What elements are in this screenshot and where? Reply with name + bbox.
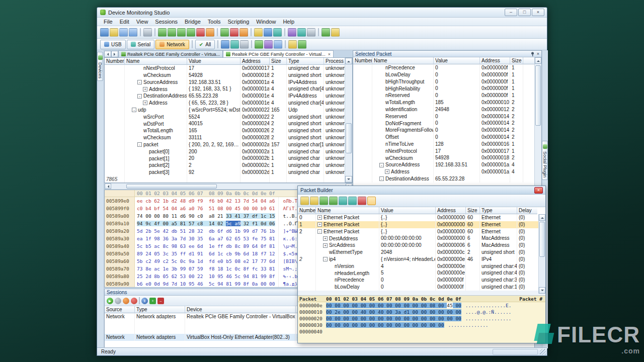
table-row[interactable]: packet[2] 2 0x0000002c 1 unsigned char u…: [105, 162, 352, 169]
table-row[interactable]: wSrcPort 5524 0x00000022 2 unsigned shor…: [105, 114, 352, 121]
separator[interactable]: [318, 28, 319, 36]
start-session-icon[interactable]: ▶: [107, 298, 113, 304]
expand-icon[interactable]: -: [137, 80, 142, 84]
menu-item[interactable]: Scripting: [224, 18, 253, 25]
serial-filter-button[interactable]: Serial: [127, 40, 155, 49]
stop-monitoring-icon[interactable]: [196, 28, 205, 37]
column-header[interactable]: Size: [466, 207, 480, 214]
table-row[interactable]: 7865: [105, 176, 352, 183]
table-row[interactable]: nTimeToLive 128 0x00000016 1: [353, 141, 541, 148]
separator[interactable]: [154, 28, 155, 36]
table-row[interactable]: nReserved 0 0x0000000f 1: [353, 92, 541, 99]
expand-icon[interactable]: +: [385, 169, 389, 174]
expand-icon[interactable]: -: [379, 163, 384, 167]
table-row[interactable]: packet[0] 200 0x0000002a 1 unsigned char…: [105, 148, 352, 155]
expand-icon[interactable]: -: [137, 142, 142, 147]
table-row[interactable]: nHeaderLength 5 0x0000000e unsigned char…: [298, 269, 545, 277]
network-filter-button[interactable]: Network: [155, 40, 189, 49]
add-session-icon[interactable]: +: [149, 298, 156, 304]
bridge-icon[interactable]: [273, 28, 282, 37]
column-header[interactable]: Value: [379, 207, 436, 214]
delete-packet-icon[interactable]: [358, 197, 366, 205]
table-row[interactable]: 2 - Ethernet Packet {..} 0x00000000 60 E…: [298, 228, 545, 235]
column-header[interactable]: Number: [105, 58, 125, 65]
record-icon[interactable]: [206, 28, 214, 37]
scroll-left-button[interactable]: [105, 184, 111, 189]
table-row[interactable]: + Address { 65, 55, 223, 28 } 0x0000001e…: [105, 100, 352, 107]
expand-icon[interactable]: -: [132, 108, 136, 112]
find-icon[interactable]: [264, 28, 272, 37]
column-header[interactable]: Address: [240, 58, 270, 65]
table-row[interactable]: wChecksum 54928 0x00000018 2: [353, 154, 541, 161]
column-header[interactable]: Type: [480, 207, 517, 214]
add-ip-packet-icon[interactable]: [310, 197, 318, 205]
table-row[interactable]: DoNotFragment 0 0x00000014 2: [353, 120, 541, 127]
table-row[interactable]: nPrecedence 0 0x0000000f 1: [353, 64, 541, 71]
table-row[interactable]: Offset 0 0x00000014 2: [353, 134, 541, 141]
column-header[interactable]: Size: [270, 58, 287, 65]
play-log-icon[interactable]: [220, 28, 229, 37]
column-header[interactable]: Type: [135, 306, 185, 313]
expand-icon[interactable]: -: [317, 229, 322, 234]
table-row[interactable]: nVersion 4 0x0000000e unsigned char:4 (0…: [298, 263, 545, 270]
expand-icon[interactable]: +: [143, 87, 147, 92]
pause-monitoring-icon[interactable]: [168, 28, 176, 37]
table-row[interactable]: wChecksum 54928 0x00000018 2 unsigned sh…: [105, 72, 352, 79]
column-header[interactable]: Address: [436, 207, 466, 214]
separator[interactable]: [285, 40, 286, 48]
hex-row[interactable]: 00000010 00 2e 00 00 40 00 40 00 3a d1 0…: [298, 309, 545, 315]
menu-item[interactable]: View: [133, 18, 152, 25]
document-tab[interactable]: Realtek PCIe GBE Family Controller - Vir…: [118, 50, 223, 57]
idle-session-icon[interactable]: [115, 298, 121, 304]
pin-icon[interactable]: [530, 52, 535, 56]
scroll-up-button[interactable]: [539, 214, 545, 221]
pause-session-icon[interactable]: [123, 298, 129, 304]
statistics-icon[interactable]: [255, 40, 263, 49]
structure-vertical-scrollbar[interactable]: [345, 58, 352, 183]
separator[interactable]: [284, 28, 285, 36]
menu-item[interactable]: Window: [253, 18, 279, 25]
column-header[interactable]: Delay: [517, 207, 537, 214]
pause-processing-icon[interactable]: ‖: [141, 298, 148, 304]
table-row[interactable]: wChecksum 33111 0x00000028 2 unsigned sh…: [105, 134, 352, 141]
tab-scroll-left-button[interactable]: [104, 51, 111, 57]
column-header[interactable]: Address: [480, 57, 510, 64]
waveform-icon[interactable]: [264, 40, 273, 49]
tab-close-icon[interactable]: ×: [327, 52, 331, 57]
table-row[interactable]: nNextProtocol 17 0x00000017 1 unsigned c…: [105, 65, 352, 72]
table-row[interactable]: - SourceAddress 192.168.33.51 0x0000001a…: [353, 161, 541, 168]
help-icon[interactable]: [321, 28, 330, 37]
separator[interactable]: [217, 28, 218, 36]
separator[interactable]: [139, 297, 140, 304]
start-monitoring-icon[interactable]: [158, 28, 167, 37]
table-row[interactable]: 1 + Ethernet Packet {..} 0x00000000 60 E…: [298, 221, 545, 228]
builder-vertical-scrollbar[interactable]: [538, 214, 545, 294]
scroll-up-button[interactable]: [535, 57, 541, 64]
table-row[interactable]: wTotalLength 165 0x00000026 2 unsigned s…: [105, 127, 352, 134]
scroll-down-button[interactable]: [345, 176, 352, 183]
print-icon[interactable]: [143, 28, 152, 37]
add-tcp-packet-icon[interactable]: [329, 197, 338, 205]
column-header[interactable]: Value: [434, 57, 480, 64]
table-row[interactable]: wIdentification 24948 0x00000012 2: [353, 106, 541, 113]
menu-item[interactable]: Help: [279, 18, 298, 25]
expand-icon[interactable]: +: [317, 215, 322, 220]
about-icon[interactable]: [331, 28, 340, 37]
column-header[interactable]: Value: [187, 58, 240, 65]
table-row[interactable]: - packet { 200, 20, 2, 92, 169… 0x000000…: [105, 141, 352, 148]
table-row[interactable]: nPrecedence 0 0x0000000f unsigned char:3…: [298, 277, 545, 284]
table-row[interactable]: + DestAddress 00:00:00:00:00:00 0x000000…: [298, 235, 545, 242]
scroll-thumb[interactable]: [126, 184, 217, 189]
table-row[interactable]: wEthernetType 2048 0x0000000c 2 unsigned…: [298, 249, 545, 256]
scroll-down-button[interactable]: [539, 287, 545, 294]
table-row[interactable]: + SrcAddress 00:00:00:00:00:00 0x0000000…: [298, 242, 545, 249]
filter-icon[interactable]: [254, 28, 263, 37]
table-row[interactable]: + Address { 192, 168, 33, 51 } 0x0000001…: [105, 85, 352, 93]
remove-session-icon[interactable]: –: [157, 298, 164, 304]
column-header[interactable]: Size: [510, 57, 523, 64]
column-header[interactable]: [523, 57, 535, 64]
raw-edit-icon[interactable]: [367, 197, 376, 205]
new-session-icon[interactable]: [100, 28, 109, 37]
menu-item[interactable]: Bridge: [181, 18, 204, 25]
expand-icon[interactable]: +: [143, 101, 147, 105]
